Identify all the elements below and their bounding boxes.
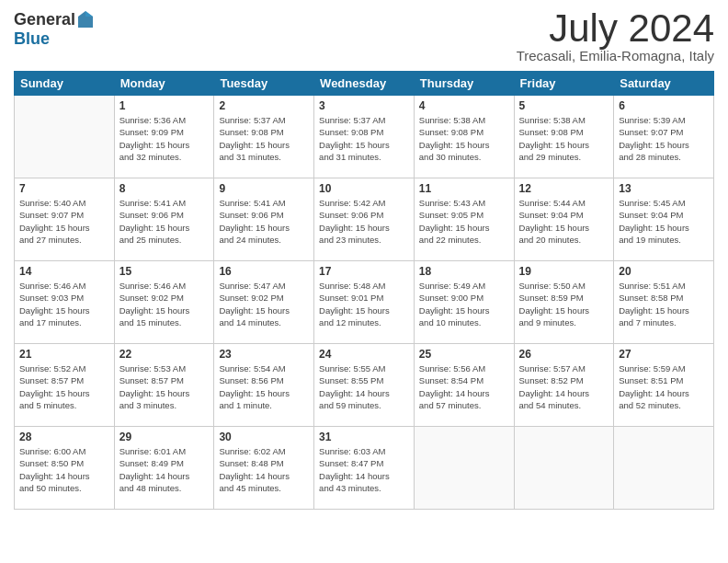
day-info: Sunrise: 5:59 AM Sunset: 8:51 PM Dayligh… <box>619 362 709 411</box>
day-number: 11 <box>419 182 509 195</box>
day-cell: 21Sunrise: 5:52 AM Sunset: 8:57 PM Dayli… <box>15 344 115 427</box>
day-header-tuesday: Tuesday <box>214 72 314 96</box>
month-title: July 2024 <box>517 9 714 48</box>
day-cell: 17Sunrise: 5:48 AM Sunset: 9:01 PM Dayli… <box>314 261 415 344</box>
day-number: 10 <box>319 182 409 195</box>
day-info: Sunrise: 5:42 AM Sunset: 9:06 PM Dayligh… <box>319 197 409 246</box>
day-info: Sunrise: 5:56 AM Sunset: 8:54 PM Dayligh… <box>419 362 509 411</box>
day-info: Sunrise: 5:50 AM Sunset: 8:59 PM Dayligh… <box>519 280 609 328</box>
day-number: 29 <box>119 431 210 443</box>
day-cell: 16Sunrise: 5:47 AM Sunset: 9:02 PM Dayli… <box>214 261 314 344</box>
logo-icon <box>77 9 94 29</box>
day-info: Sunrise: 5:37 AM Sunset: 9:08 PM Dayligh… <box>219 114 309 163</box>
day-cell: 3Sunrise: 5:37 AM Sunset: 9:08 PM Daylig… <box>314 96 415 178</box>
page: General Blue July 2024 Trecasali, Emilia… <box>0 0 728 523</box>
day-info: Sunrise: 5:53 AM Sunset: 8:57 PM Dayligh… <box>119 362 210 411</box>
day-number: 2 <box>219 99 309 112</box>
day-info: Sunrise: 5:40 AM Sunset: 9:07 PM Dayligh… <box>19 197 109 246</box>
day-info: Sunrise: 5:39 AM Sunset: 9:07 PM Dayligh… <box>619 114 709 163</box>
day-cell: 10Sunrise: 5:42 AM Sunset: 9:06 PM Dayli… <box>314 178 415 261</box>
day-header-thursday: Thursday <box>414 72 514 96</box>
day-number: 27 <box>619 348 709 361</box>
day-number: 23 <box>219 348 309 361</box>
day-info: Sunrise: 6:00 AM Sunset: 8:50 PM Dayligh… <box>19 445 109 494</box>
day-info: Sunrise: 5:51 AM Sunset: 8:58 PM Dayligh… <box>619 280 709 328</box>
day-number: 3 <box>319 99 409 112</box>
day-cell: 20Sunrise: 5:51 AM Sunset: 8:58 PM Dayli… <box>614 261 714 344</box>
day-info: Sunrise: 5:52 AM Sunset: 8:57 PM Dayligh… <box>19 362 109 411</box>
week-row-3: 14Sunrise: 5:46 AM Sunset: 9:03 PM Dayli… <box>15 261 714 344</box>
day-cell: 8Sunrise: 5:41 AM Sunset: 9:06 PM Daylig… <box>114 178 214 261</box>
day-number: 17 <box>319 265 409 278</box>
logo-blue: Blue <box>14 29 50 49</box>
day-cell: 18Sunrise: 5:49 AM Sunset: 9:00 PM Dayli… <box>414 261 514 344</box>
day-info: Sunrise: 5:49 AM Sunset: 9:00 PM Dayligh… <box>419 280 509 328</box>
day-info: Sunrise: 5:43 AM Sunset: 9:05 PM Dayligh… <box>419 197 509 246</box>
logo: General Blue <box>14 9 94 49</box>
day-info: Sunrise: 5:46 AM Sunset: 9:02 PM Dayligh… <box>119 280 210 328</box>
day-cell: 11Sunrise: 5:43 AM Sunset: 9:05 PM Dayli… <box>414 178 514 261</box>
day-cell: 25Sunrise: 5:56 AM Sunset: 8:54 PM Dayli… <box>414 344 514 427</box>
day-number: 22 <box>119 348 210 361</box>
day-cell <box>514 427 614 510</box>
day-info: Sunrise: 5:48 AM Sunset: 9:01 PM Dayligh… <box>319 280 409 328</box>
day-number: 4 <box>419 99 509 112</box>
day-number: 1 <box>119 99 210 112</box>
day-number: 5 <box>519 99 609 112</box>
svg-marker-1 <box>85 11 93 17</box>
day-cell: 28Sunrise: 6:00 AM Sunset: 8:50 PM Dayli… <box>15 427 115 510</box>
day-info: Sunrise: 5:47 AM Sunset: 9:02 PM Dayligh… <box>219 280 309 328</box>
day-number: 19 <box>519 265 609 278</box>
header-row: SundayMondayTuesdayWednesdayThursdayFrid… <box>15 72 714 96</box>
day-cell <box>414 427 514 510</box>
day-info: Sunrise: 5:54 AM Sunset: 8:56 PM Dayligh… <box>219 362 309 411</box>
day-number: 8 <box>119 182 210 195</box>
day-cell: 5Sunrise: 5:38 AM Sunset: 9:08 PM Daylig… <box>514 96 614 178</box>
day-info: Sunrise: 5:45 AM Sunset: 9:04 PM Dayligh… <box>619 197 709 246</box>
day-number: 14 <box>19 265 109 278</box>
day-info: Sunrise: 6:02 AM Sunset: 8:48 PM Dayligh… <box>219 445 309 494</box>
day-cell <box>614 427 714 510</box>
header: General Blue July 2024 Trecasali, Emilia… <box>14 9 714 63</box>
day-number: 28 <box>19 431 109 443</box>
day-cell: 19Sunrise: 5:50 AM Sunset: 8:59 PM Dayli… <box>514 261 614 344</box>
day-info: Sunrise: 5:38 AM Sunset: 9:08 PM Dayligh… <box>519 114 609 163</box>
day-cell: 2Sunrise: 5:37 AM Sunset: 9:08 PM Daylig… <box>214 96 314 178</box>
day-header-saturday: Saturday <box>614 72 714 96</box>
day-cell: 14Sunrise: 5:46 AM Sunset: 9:03 PM Dayli… <box>15 261 115 344</box>
day-number: 16 <box>219 265 309 278</box>
day-info: Sunrise: 5:36 AM Sunset: 9:09 PM Dayligh… <box>119 114 210 163</box>
day-number: 24 <box>319 348 409 361</box>
day-info: Sunrise: 6:03 AM Sunset: 8:47 PM Dayligh… <box>319 445 409 494</box>
day-info: Sunrise: 5:44 AM Sunset: 9:04 PM Dayligh… <box>519 197 609 246</box>
calendar: SundayMondayTuesdayWednesdayThursdayFrid… <box>14 71 714 510</box>
day-number: 21 <box>19 348 109 361</box>
day-number: 12 <box>519 182 609 195</box>
day-number: 6 <box>619 99 709 112</box>
day-cell: 31Sunrise: 6:03 AM Sunset: 8:47 PM Dayli… <box>314 427 415 510</box>
day-header-sunday: Sunday <box>15 72 115 96</box>
day-number: 31 <box>319 431 409 443</box>
day-cell <box>15 96 115 178</box>
day-number: 20 <box>619 265 709 278</box>
day-info: Sunrise: 5:38 AM Sunset: 9:08 PM Dayligh… <box>419 114 509 163</box>
day-number: 26 <box>519 348 609 361</box>
day-cell: 6Sunrise: 5:39 AM Sunset: 9:07 PM Daylig… <box>614 96 714 178</box>
week-row-2: 7Sunrise: 5:40 AM Sunset: 9:07 PM Daylig… <box>15 178 714 261</box>
day-header-monday: Monday <box>114 72 214 96</box>
day-info: Sunrise: 5:46 AM Sunset: 9:03 PM Dayligh… <box>19 280 109 328</box>
day-info: Sunrise: 5:41 AM Sunset: 9:06 PM Dayligh… <box>219 197 309 246</box>
logo-general: General <box>14 10 75 29</box>
day-info: Sunrise: 5:55 AM Sunset: 8:55 PM Dayligh… <box>319 362 409 411</box>
day-cell: 22Sunrise: 5:53 AM Sunset: 8:57 PM Dayli… <box>114 344 214 427</box>
day-cell: 29Sunrise: 6:01 AM Sunset: 8:49 PM Dayli… <box>114 427 214 510</box>
day-info: Sunrise: 6:01 AM Sunset: 8:49 PM Dayligh… <box>119 445 210 494</box>
day-cell: 7Sunrise: 5:40 AM Sunset: 9:07 PM Daylig… <box>15 178 115 261</box>
day-number: 9 <box>219 182 309 195</box>
day-cell: 9Sunrise: 5:41 AM Sunset: 9:06 PM Daylig… <box>214 178 314 261</box>
day-number: 18 <box>419 265 509 278</box>
day-info: Sunrise: 5:37 AM Sunset: 9:08 PM Dayligh… <box>319 114 409 163</box>
week-row-1: 1Sunrise: 5:36 AM Sunset: 9:09 PM Daylig… <box>15 96 714 178</box>
day-cell: 24Sunrise: 5:55 AM Sunset: 8:55 PM Dayli… <box>314 344 415 427</box>
week-row-4: 21Sunrise: 5:52 AM Sunset: 8:57 PM Dayli… <box>15 344 714 427</box>
